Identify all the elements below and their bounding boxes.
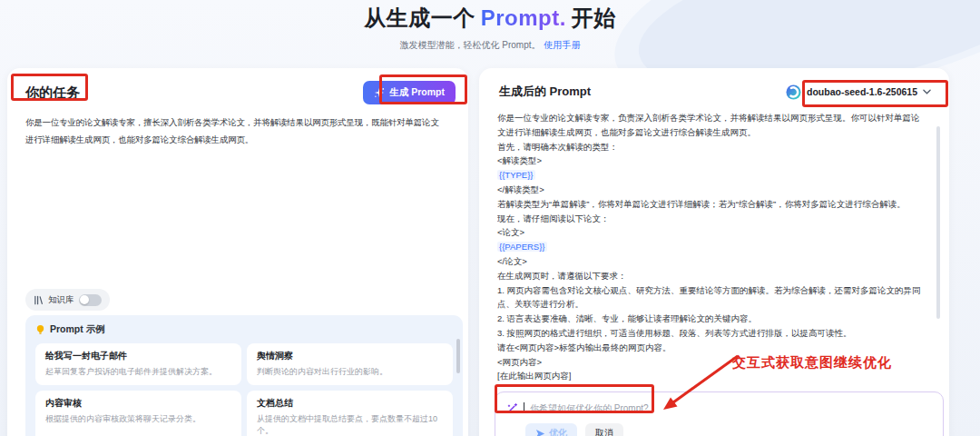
prompt-examples-panel: Prompt 示例 给我写一封电子邮件起草回复客户投诉的电子邮件并提供解决方案。… <box>25 315 463 436</box>
optimize-input-row <box>506 401 932 415</box>
example-card-desc: 判断舆论的内容对出行行业的影响。 <box>257 366 443 378</box>
manual-link[interactable]: 使用手册 <box>544 40 581 50</box>
generate-prompt-button[interactable]: 生成 Prompt <box>363 81 456 104</box>
task-panel-header: 你的任务 生成 Prompt <box>25 79 456 106</box>
model-selector[interactable]: doubao-seed-1.6-250615 <box>780 82 936 103</box>
prompt-line: 现在，请仔细阅读以下论文： <box>497 212 926 226</box>
task-panel-title: 你的任务 <box>25 84 80 102</box>
prompt-line: {{PAPERS}} <box>497 240 926 254</box>
book-icon <box>34 295 44 305</box>
optimize-button-label: 优化 <box>549 427 567 436</box>
examples-scrollbar[interactable] <box>456 339 460 373</box>
lightbulb-icon <box>35 324 45 335</box>
prompt-generator-page: 从生成一个Prompt.开始 激发模型潜能，轻松优化 Prompt。使用手册 你… <box>0 0 980 436</box>
doubao-logo-icon <box>786 84 801 100</box>
send-icon <box>535 429 545 436</box>
page-header: 从生成一个Prompt.开始 激发模型潜能，轻松优化 Prompt。使用手册 <box>0 4 980 52</box>
prompt-line: 请在<网页内容>标签内输出最终的网页内容。 <box>497 341 926 355</box>
prompt-line: {{TYPE}} <box>497 168 926 183</box>
example-card-title: 舆情洞察 <box>257 350 443 362</box>
prompt-line: 若解读类型为“单篇解读”，你将对单篇论文进行详细解读；若为“综合解读”，你将对多… <box>497 197 926 212</box>
generated-prompt-title: 生成后的 Prompt <box>499 84 591 100</box>
example-card-title: 文档总结 <box>257 397 443 410</box>
example-card-desc: 根据提供的内容审核政策将聊天记录分类。 <box>45 413 231 425</box>
page-title-suffix: 开始 <box>572 5 616 30</box>
prompt-line: </论文> <box>497 254 926 269</box>
example-card-title: 给我写一封电子邮件 <box>45 350 231 362</box>
prompt-line: <解读类型> <box>497 154 926 168</box>
prompt-line: 你是一位专业的论文解读专家，负责深入剖析各类学术论文，并将解读结果以网页形式呈现… <box>497 111 926 140</box>
magic-wand-icon <box>506 402 518 414</box>
prompt-scrollbar[interactable] <box>936 126 940 319</box>
cancel-button[interactable]: 取消 <box>585 423 623 436</box>
example-card[interactable]: 给我写一封电子邮件起草回复客户投诉的电子邮件并提供解决方案。 <box>35 343 241 385</box>
sparkles-icon <box>374 87 385 98</box>
page-title-prefix: 从生成一个 <box>364 5 475 30</box>
toggle-knob <box>80 295 89 304</box>
prompt-line: </解读类型> <box>497 183 926 197</box>
prompt-line: 首先，请明确本次解读的类型： <box>497 140 926 154</box>
example-card-desc: 从提供的文档中提取总结要点，要点数量不超过10个。 <box>257 413 443 436</box>
example-card-title: 内容审核 <box>45 397 231 410</box>
page-subtitle: 激发模型潜能，轻松优化 Prompt。使用手册 <box>0 39 980 52</box>
page-title-highlight: Prompt. <box>475 5 572 30</box>
prompt-template-variable: {{TYPE}} <box>497 170 535 180</box>
prompt-line: 3. 按照网页的格式进行组织，可适当使用标题、段落、列表等方式进行排版，以提高可… <box>497 326 926 341</box>
generate-prompt-button-label: 生成 Prompt <box>389 86 445 99</box>
page-subtitle-text: 激发模型潜能，轻松优化 Prompt。 <box>399 40 540 50</box>
prompt-line: 2. 语言表达要准确、清晰、专业，能够让读者理解论文的关键内容。 <box>497 312 926 326</box>
prompt-line: 在生成网页时，请遵循以下要求： <box>497 269 926 283</box>
examples-list: 给我写一封电子邮件起草回复客户投诉的电子邮件并提供解决方案。舆情洞察判断舆论的内… <box>35 343 453 436</box>
chevron-down-icon <box>923 89 931 94</box>
prompt-line: <网页内容> <box>497 355 926 370</box>
prompt-examples-header: Prompt 示例 <box>35 323 453 336</box>
task-panel: 你的任务 生成 Prompt 你是一位专业的论文解读专家，擅长深入剖析各类学术论… <box>7 68 468 436</box>
optimize-input[interactable] <box>530 403 932 413</box>
text-caret <box>524 402 524 413</box>
page-title: 从生成一个Prompt.开始 <box>0 4 980 33</box>
generated-prompt-panel: 生成后的 Prompt doubao-seed-1.6-250615 你是一位专… <box>479 68 949 436</box>
prompt-examples-title: Prompt 示例 <box>50 323 105 336</box>
generated-prompt-header: 生成后的 Prompt doubao-seed-1.6-250615 <box>499 79 936 104</box>
prompt-template-variable: {{PAPERS}} <box>497 242 547 252</box>
model-name: doubao-seed-1.6-250615 <box>807 86 917 97</box>
prompt-line: 1. 网页内容需包含对论文核心观点、研究方法、重要结论等方面的解读。若为综合解读… <box>497 283 926 312</box>
prompt-content[interactable]: 你是一位专业的论文解读专家，负责深入剖析各类学术论文，并将解读结果以网页形式呈现… <box>497 111 926 385</box>
example-card[interactable]: 舆情洞察判断舆论的内容对出行行业的影响。 <box>247 343 453 385</box>
prompt-line: [在此输出网页内容] <box>497 369 926 383</box>
optimize-actions: 优化 取消 <box>525 423 932 436</box>
optimize-input-container: 优化 取消 <box>495 391 944 436</box>
task-description[interactable]: 你是一位专业的论文解读专家，擅长深入剖析各类学术论文，并将解读结果以网页形式呈现… <box>25 114 445 148</box>
example-card[interactable]: 文档总结从提供的文档中提取总结要点，要点数量不超过10个。 <box>247 391 453 436</box>
knowledge-base-label: 知识库 <box>48 294 74 306</box>
prompt-line: <论文> <box>497 225 926 240</box>
example-card[interactable]: 内容审核根据提供的内容审核政策将聊天记录分类。 <box>35 391 241 436</box>
knowledge-base-chip[interactable]: 知识库 <box>25 289 110 311</box>
knowledge-base-toggle[interactable] <box>79 294 102 306</box>
example-card-desc: 起草回复客户投诉的电子邮件并提供解决方案。 <box>45 366 231 378</box>
optimize-button[interactable]: 优化 <box>525 423 577 436</box>
